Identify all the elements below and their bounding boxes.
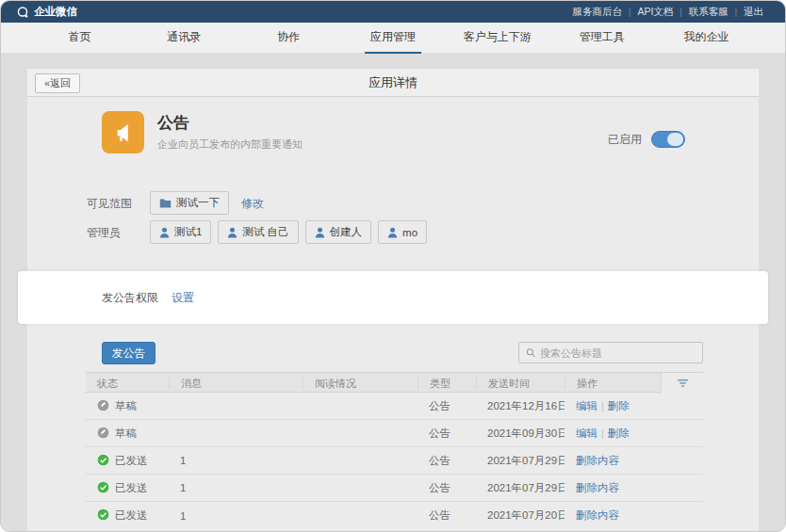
status-cell: 草稿: [86, 427, 169, 441]
admin-tag[interactable]: 创建人: [305, 220, 372, 244]
admin-tag[interactable]: 测试 自己: [218, 220, 298, 244]
nav-item-协作[interactable]: 协作: [237, 23, 341, 53]
admin-tag-label: 测试 自己: [242, 225, 288, 239]
actions-cell: 编辑|删除: [565, 427, 661, 441]
nav-item-label: 首页: [62, 21, 96, 55]
person-icon: [315, 227, 325, 238]
nav-item-label: 客户与上下游: [458, 21, 537, 55]
enable-row: 已启用: [608, 131, 685, 148]
type-cell: 公告: [418, 481, 476, 495]
search-input[interactable]: [540, 347, 696, 359]
column-header: 阅读情况: [303, 377, 418, 390]
row-action-link[interactable]: 编辑: [576, 427, 598, 439]
topbar-link[interactable]: API文档: [630, 6, 680, 19]
page-body: «返回 应用详情 公告 企业向员工发布的内部重要通知 已启用 可见范围 测试一下…: [1, 54, 785, 531]
nav-item-label: 通讯录: [161, 21, 206, 55]
message-cell: 1: [169, 510, 303, 522]
date-cell: 2021年12月16日: [476, 399, 565, 413]
type-cell: 公告: [418, 454, 476, 468]
status-icon: [97, 399, 109, 413]
table-row: 已发送 1 公告 2021年07月29日 删除内容: [86, 447, 703, 475]
status-cell: 草稿: [86, 399, 169, 413]
admin-tag[interactable]: mo: [378, 220, 427, 244]
row-action-link[interactable]: 删除: [608, 400, 630, 411]
table-row: 已发送 1 公告 2021年07月29日 删除内容: [86, 475, 703, 502]
admin-tag-label: mo: [402, 227, 418, 238]
column-header: 操作: [565, 377, 661, 390]
brand-label: 企业微信: [34, 5, 77, 19]
enabled-toggle[interactable]: [651, 131, 685, 148]
back-button[interactable]: «返回: [35, 73, 80, 93]
actions-cell: 删除内容: [565, 508, 661, 523]
type-cell: 公告: [418, 399, 476, 413]
actions-cell: 删除内容: [565, 481, 661, 495]
person-icon: [159, 227, 170, 238]
visible-range-tag-label: 测试一下: [176, 196, 220, 210]
table-row: 草稿 公告 2021年12月16日 编辑|删除: [86, 393, 703, 420]
admin-tag-label: 创建人: [330, 225, 363, 239]
permission-label: 发公告权限: [102, 290, 158, 306]
status-label: 草稿: [115, 427, 137, 441]
type-cell: 公告: [418, 427, 476, 441]
filter-icon[interactable]: [661, 373, 703, 394]
nav-item-我的企业[interactable]: 我的企业: [654, 23, 759, 53]
enabled-label: 已启用: [608, 132, 642, 148]
admin-tag-label: 测试1: [174, 225, 202, 239]
page-header-strip: «返回 应用详情: [27, 69, 759, 97]
message-cell: 1: [169, 455, 303, 466]
admin-label: 管理员: [87, 225, 121, 241]
wechat-work-logo-icon: [16, 6, 29, 19]
row-action-link[interactable]: 删除: [608, 427, 630, 439]
row-action-link[interactable]: 删除内容: [576, 482, 619, 493]
table-body: 草稿 公告 2021年12月16日 编辑|删除 草稿 公告 2021年09月30…: [86, 393, 703, 529]
admin-tags: 测试1测试 自己创建人mo: [150, 220, 427, 244]
type-cell: 公告: [418, 508, 476, 523]
visible-range-label: 可见范围: [87, 196, 132, 212]
status-cell: 已发送: [86, 508, 169, 523]
action-separator: |: [601, 427, 604, 439]
row-action-link[interactable]: 删除内容: [576, 509, 619, 521]
nav-item-label: 应用管理: [365, 21, 421, 55]
nav-item-通讯录[interactable]: 通讯录: [132, 23, 237, 53]
action-separator: |: [601, 400, 604, 411]
actions-cell: 删除内容: [565, 454, 661, 468]
topbar-link[interactable]: 退出: [737, 6, 770, 19]
topbar-link[interactable]: 服务商后台: [566, 6, 630, 19]
topbar-links: 服务商后台|API文档|联系客服|退出: [566, 6, 770, 19]
app-name: 公告: [157, 112, 189, 134]
modify-link[interactable]: 修改: [241, 196, 264, 212]
row-action-link[interactable]: 删除内容: [576, 455, 619, 466]
toggle-knob: [667, 133, 683, 146]
table-row: 草稿 公告 2021年09月30日 编辑|删除: [86, 420, 703, 447]
person-icon: [387, 227, 398, 238]
send-announcement-button[interactable]: 发公告: [102, 342, 156, 364]
megaphone-icon: [111, 121, 136, 145]
column-header: 类型: [418, 377, 476, 390]
status-cell: 已发送: [86, 481, 169, 495]
search-icon: [526, 347, 535, 358]
person-icon: [227, 227, 237, 238]
status-icon: [97, 454, 109, 468]
date-cell: 2021年07月20日: [476, 508, 565, 523]
column-header: 状态: [86, 377, 169, 390]
permission-settings-link[interactable]: 设置: [172, 290, 194, 306]
visible-range-tag[interactable]: 测试一下: [150, 191, 229, 215]
brand: 企业微信: [16, 5, 77, 19]
topbar-link[interactable]: 联系客服: [682, 6, 735, 19]
nav-item-管理工具[interactable]: 管理工具: [549, 23, 654, 53]
status-label: 已发送: [115, 481, 148, 495]
nav-item-客户与上下游[interactable]: 客户与上下游: [445, 23, 549, 53]
nav-item-首页[interactable]: 首页: [27, 23, 132, 53]
table-row: 已发送 1 公告 2021年07月20日 删除内容: [86, 502, 703, 529]
nav-item-label: 协作: [271, 21, 305, 55]
row-action-link[interactable]: 编辑: [576, 400, 598, 411]
status-icon: [97, 427, 109, 441]
search-box: [518, 342, 703, 363]
app-window: 企业微信 服务商后台|API文档|联系客服|退出 首页通讯录协作应用管理客户与上…: [0, 0, 786, 532]
permission-highlight-band: 发公告权限 设置: [18, 271, 768, 324]
announcement-table: 状态消息阅读情况类型发送时间操作 草稿 公告 2021年12月16日 编辑|删除…: [86, 372, 703, 529]
date-cell: 2021年07月29日: [476, 481, 565, 495]
admin-tag[interactable]: 测试1: [150, 220, 211, 244]
nav-item-应用管理[interactable]: 应用管理: [341, 23, 446, 53]
nav-item-label: 我的企业: [679, 21, 735, 55]
